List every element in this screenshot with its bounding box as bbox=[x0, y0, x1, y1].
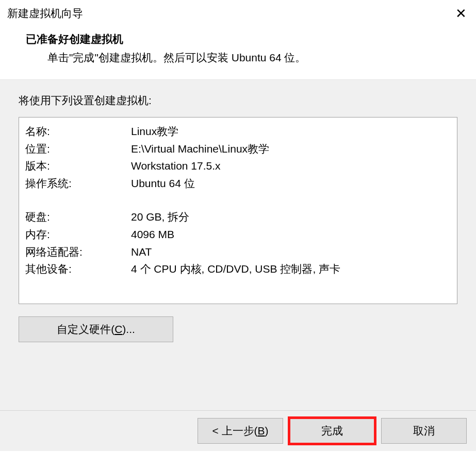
summary-label: 名称: bbox=[25, 123, 131, 140]
summary-row: 版本: Workstation 17.5.x bbox=[25, 157, 451, 175]
summary-heading: 将使用下列设置创建虚拟机: bbox=[19, 93, 457, 108]
summary-label: 位置: bbox=[25, 140, 131, 158]
summary-row: 位置: E:\Virtual Machine\Linux教学 bbox=[25, 140, 451, 158]
titlebar: 新建虚拟机向导 ✕ bbox=[0, 0, 476, 26]
summary-label: 硬盘: bbox=[25, 208, 131, 226]
summary-value: Ubuntu 64 位 bbox=[131, 175, 195, 192]
back-button[interactable]: < 上一步(B) bbox=[198, 418, 283, 444]
finish-button[interactable]: 完成 bbox=[289, 418, 375, 444]
wizard-header: 已准备好创建虚拟机 单击"完成"创建虚拟机。然后可以安装 Ubuntu 64 位… bbox=[0, 26, 476, 79]
summary-row: 网络适配器: NAT bbox=[25, 243, 451, 261]
cancel-button[interactable]: 取消 bbox=[381, 418, 467, 444]
summary-value: NAT bbox=[131, 243, 152, 261]
customize-hardware-button[interactable]: 自定义硬件(C)... bbox=[19, 316, 173, 342]
summary-label: 网络适配器: bbox=[25, 243, 131, 261]
summary-value: 4096 MB bbox=[131, 226, 174, 243]
summary-row: 其他设备: 4 个 CPU 内核, CD/DVD, USB 控制器, 声卡 bbox=[25, 260, 451, 278]
summary-row: 硬盘: 20 GB, 拆分 bbox=[25, 208, 451, 226]
footer: < 上一步(B) 完成 取消 bbox=[0, 410, 476, 451]
summary-label: 其他设备: bbox=[25, 260, 131, 278]
close-icon[interactable]: ✕ bbox=[455, 7, 467, 20]
summary-label: 内存: bbox=[25, 226, 131, 243]
window-title: 新建虚拟机向导 bbox=[7, 6, 83, 21]
summary-value: 4 个 CPU 内核, CD/DVD, USB 控制器, 声卡 bbox=[131, 260, 340, 278]
summary-label: 操作系统: bbox=[25, 175, 131, 192]
summary-row: 名称: Linux教学 bbox=[25, 123, 451, 140]
page-subtitle: 单击"完成"创建虚拟机。然后可以安装 Ubuntu 64 位。 bbox=[26, 51, 469, 65]
summary-row: 内存: 4096 MB bbox=[25, 226, 451, 243]
page-title: 已准备好创建虚拟机 bbox=[26, 32, 469, 46]
spacer bbox=[0, 353, 476, 410]
summary-label: 版本: bbox=[25, 157, 131, 175]
summary-value: Linux教学 bbox=[131, 123, 178, 140]
summary-value: Workstation 17.5.x bbox=[131, 157, 221, 175]
summary-value: E:\Virtual Machine\Linux教学 bbox=[131, 140, 269, 158]
summary-box: 名称: Linux教学 位置: E:\Virtual Machine\Linux… bbox=[19, 117, 457, 304]
summary-row: 操作系统: Ubuntu 64 位 bbox=[25, 175, 451, 192]
summary-value: 20 GB, 拆分 bbox=[131, 208, 189, 226]
content-area: 将使用下列设置创建虚拟机: 名称: Linux教学 位置: E:\Virtual… bbox=[0, 79, 476, 353]
